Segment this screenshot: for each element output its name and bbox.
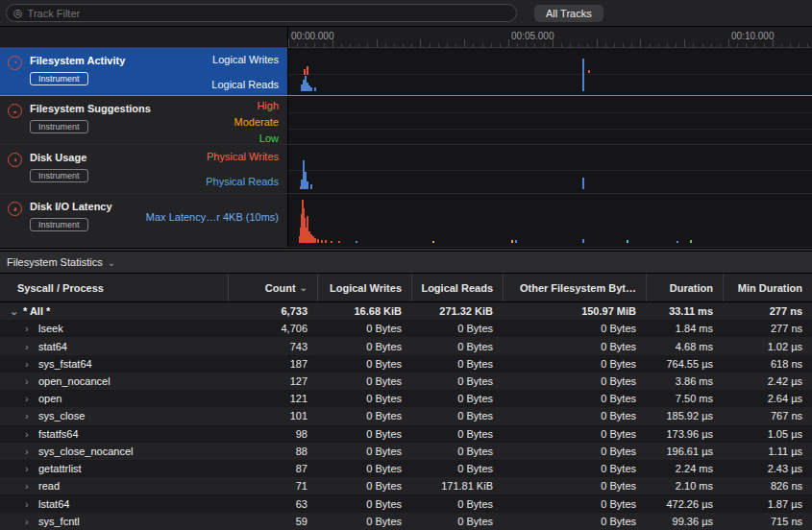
cell-logical-writes: 0 Bytes — [317, 463, 411, 474]
column-header-label: Other Filesystem Byt… — [520, 282, 636, 294]
disclosure-collapsed-icon[interactable]: › — [25, 341, 38, 352]
cell-duration: 764.55 µs — [646, 358, 723, 370]
column-header-label: Duration — [670, 282, 713, 294]
table-row-open[interactable]: ›open1210 Bytes0 Bytes0 Bytes7.50 ms2.64… — [0, 390, 812, 407]
table-row-all[interactable]: ⌄* All *6,73316.68 KiB271.32 KiB150.97 M… — [0, 302, 812, 320]
cell-logical-writes: 0 Bytes — [317, 428, 411, 440]
timeline-label: 00:10.000 — [731, 31, 775, 41]
table-row-stat64[interactable]: ›stat647430 Bytes0 Bytes0 Bytes4.68 ms1.… — [0, 337, 812, 354]
column-header-min-duration[interactable]: Min Duration — [723, 274, 812, 301]
track-header-filesystem-suggestions[interactable]: ◒Filesystem SuggestionsInstrumentHighMod… — [0, 96, 288, 144]
table-row-lstat64[interactable]: ›lstat64630 Bytes0 Bytes0 Bytes472.26 µs… — [0, 494, 812, 512]
disclosure-collapsed-icon[interactable]: › — [25, 358, 38, 370]
syscall-name: lstat64 — [38, 498, 69, 510]
all-tracks-button[interactable]: All Tracks — [534, 5, 603, 22]
cell-logical-reads: 0 Bytes — [411, 428, 503, 440]
cell-logical-writes: 0 Bytes — [317, 480, 411, 492]
track-header-disk-usage[interactable]: ◑Disk UsageInstrumentPhysical WritesPhys… — [0, 145, 288, 193]
cell-syscall-process: ›sys_fstat64 — [0, 358, 228, 370]
cell-duration: 2.24 ms — [646, 463, 723, 474]
column-header-duration[interactable]: Duration — [646, 274, 723, 301]
track-chart-disk-usage[interactable] — [288, 145, 812, 193]
track-header-filesystem-activity[interactable]: ◔Filesystem ActivityInstrumentLogical Wr… — [0, 48, 288, 95]
track-header-disk-io-latency[interactable]: ◕Disk I/O LatencyInstrumentMax Latency…r… — [0, 194, 288, 247]
cell-other-filesystem-byt: 0 Bytes — [503, 428, 646, 440]
cell-count: 59 — [228, 516, 317, 527]
cell-other-filesystem-byt: 0 Bytes — [503, 480, 646, 492]
disclosure-collapsed-icon[interactable]: › — [25, 410, 38, 422]
cell-count: 187 — [228, 358, 317, 370]
cell-duration: 4.68 ms — [646, 341, 723, 352]
syscall-name: sys_close — [38, 410, 85, 422]
disclosure-collapsed-icon[interactable]: › — [25, 323, 38, 334]
instrument-badge: Instrument — [30, 72, 88, 85]
chart-spike — [690, 240, 692, 243]
table-row-lseek[interactable]: ›lseek4,7060 Bytes0 Bytes0 Bytes1.84 ms2… — [0, 320, 812, 337]
cell-count: 6,733 — [228, 305, 317, 317]
track-row-filesystem-suggestions[interactable]: ◒Filesystem SuggestionsInstrumentHighMod… — [0, 96, 812, 145]
column-header-syscall-process[interactable]: Syscall / Process — [0, 274, 228, 301]
disclosure-collapsed-icon[interactable]: › — [25, 428, 38, 440]
track-chart-disk-io-latency[interactable] — [288, 194, 812, 247]
detail-view-selector[interactable]: Filesystem Statistics ⌄ — [0, 252, 812, 274]
cell-logical-reads: 0 Bytes — [411, 341, 503, 352]
table-header: Syscall / ProcessCount⌄Logical WritesLog… — [0, 274, 812, 302]
cell-syscall-process: ›sys_close — [0, 410, 228, 422]
cell-other-filesystem-byt: 0 Bytes — [503, 446, 646, 457]
table-row-open-nocancel[interactable]: ›open_nocancel1270 Bytes0 Bytes0 Bytes3.… — [0, 373, 812, 390]
disclosure-collapsed-icon[interactable]: › — [25, 516, 38, 527]
cell-syscall-process: ›open_nocancel — [0, 375, 228, 387]
chart-spike — [314, 87, 316, 91]
track-chart-filesystem-suggestions[interactable] — [288, 96, 812, 144]
cell-duration: 1.84 ms — [646, 323, 723, 334]
chevron-down-icon: ⌄ — [108, 257, 115, 268]
cell-min-duration: 767 ns — [723, 410, 812, 422]
cell-min-duration: 1.02 µs — [723, 341, 812, 352]
cell-syscall-process: ›sys_fcntl — [0, 516, 228, 527]
disclosure-collapsed-icon[interactable]: › — [25, 446, 38, 457]
table-row-sys-close-nocancel[interactable]: ›sys_close_nocancel880 Bytes0 Bytes0 Byt… — [0, 443, 812, 460]
cell-logical-writes: 16.68 KiB — [317, 305, 411, 317]
cell-other-filesystem-byt: 0 Bytes — [503, 498, 646, 510]
table-row-sys-close[interactable]: ›sys_close1010 Bytes0 Bytes0 Bytes185.92… — [0, 407, 812, 424]
table-row-sys-fcntl[interactable]: ›sys_fcntl590 Bytes0 Bytes0 Bytes99.36 µ… — [0, 513, 812, 530]
track-row-disk-usage[interactable]: ◑Disk UsageInstrumentPhysical WritesPhys… — [0, 145, 812, 194]
syscall-name: open_nocancel — [38, 375, 111, 387]
cell-logical-reads: 0 Bytes — [411, 375, 503, 387]
cell-other-filesystem-byt: 0 Bytes — [503, 375, 646, 387]
chart-spike — [627, 240, 628, 243]
cell-syscall-process: ›stat64 — [0, 341, 228, 352]
chart-spike — [321, 240, 323, 243]
table-row-getattrlist[interactable]: ›getattrlist870 Bytes0 Bytes0 Bytes2.24 … — [0, 460, 812, 477]
disclosure-collapsed-icon[interactable]: › — [25, 498, 38, 510]
column-header-logical-writes[interactable]: Logical Writes — [317, 274, 411, 301]
chart-spike — [310, 184, 312, 189]
track-filter-input[interactable] — [28, 8, 509, 19]
track-label: Max Latency…r 4KB (10ms) — [146, 211, 279, 224]
track-row-filesystem-activity[interactable]: ◔Filesystem ActivityInstrumentLogical Wr… — [0, 48, 812, 96]
table-row-fstatfs64[interactable]: ›fstatfs64980 Bytes0 Bytes0 Bytes173.96 … — [0, 425, 812, 443]
column-header-count[interactable]: Count⌄ — [228, 274, 317, 301]
disclosure-collapsed-icon[interactable]: › — [25, 375, 38, 387]
timeline-ruler[interactable]: 00:00.00000:05.00000:10.000 — [288, 27, 812, 48]
cell-syscall-process: ›lseek — [0, 323, 228, 334]
cell-syscall-process: ⌄* All * — [0, 305, 228, 318]
column-header-other-filesystem-byt[interactable]: Other Filesystem Byt… — [503, 274, 646, 301]
track-label: Logical Reads — [211, 79, 279, 91]
lane-divider — [288, 129, 812, 130]
track-row-disk-io-latency[interactable]: ◕Disk I/O LatencyInstrumentMax Latency…r… — [0, 194, 812, 248]
disclosure-collapsed-icon[interactable]: › — [25, 393, 38, 404]
disclosure-collapsed-icon[interactable]: › — [25, 480, 38, 492]
column-header-logical-reads[interactable]: Logical Reads — [411, 274, 503, 301]
table-row-read[interactable]: ›read710 Bytes171.81 KiB0 Bytes2.10 ms82… — [0, 477, 812, 494]
table-row-sys-fstat64[interactable]: ›sys_fstat641870 Bytes0 Bytes0 Bytes764.… — [0, 355, 812, 373]
track-title: Disk Usage — [30, 152, 86, 163]
chart-spike — [588, 70, 590, 73]
disclosure-expanded-icon[interactable]: ⌄ — [10, 305, 23, 318]
track-filter-field[interactable]: ◎ — [6, 4, 517, 22]
chart-spike — [310, 87, 312, 91]
track-chart-filesystem-activity[interactable] — [288, 48, 812, 95]
cell-min-duration: 2.64 µs — [723, 393, 812, 404]
syscall-name: lseek — [38, 323, 63, 334]
disclosure-collapsed-icon[interactable]: › — [25, 463, 38, 474]
